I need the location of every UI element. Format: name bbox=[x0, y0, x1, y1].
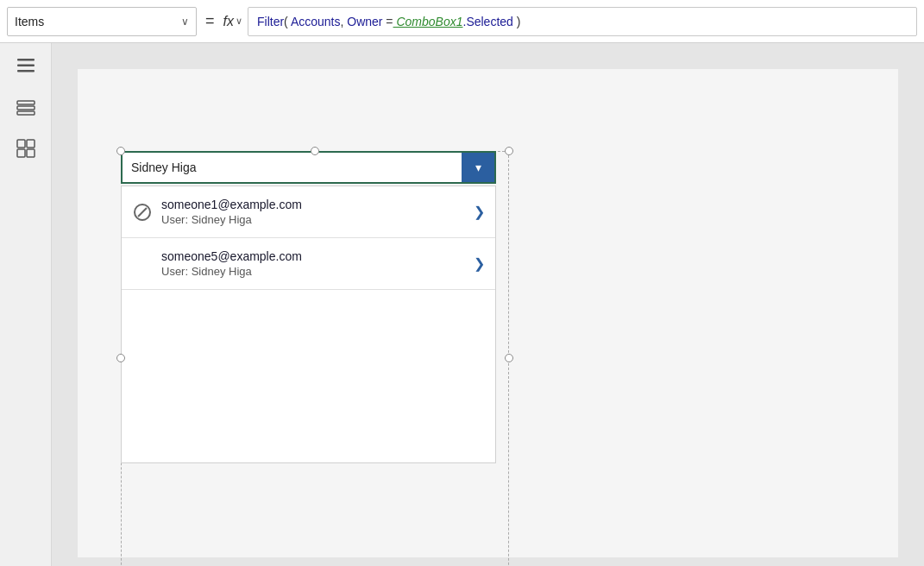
formula-text: Filter( Accounts, Owner = ComboBox1.Sele… bbox=[257, 15, 520, 28]
fx-icon: fx bbox=[223, 14, 234, 29]
fx-chevron-icon: ∨ bbox=[236, 16, 242, 27]
list-item-content: someone5@example.com User: Sidney Higa bbox=[161, 249, 467, 278]
list-item-user: User: Sidney Higa bbox=[161, 265, 467, 278]
list-item-email: someone1@example.com bbox=[161, 198, 467, 211]
formula-combobox-ref: ComboBox1 bbox=[393, 15, 463, 28]
list-item-user: User: Sidney Higa bbox=[161, 213, 467, 226]
canvas-area: Sidney Higa ▾ someone1@example. bbox=[52, 43, 924, 566]
list-item-arrow-icon: ❯ bbox=[474, 255, 485, 272]
formula-owner: Owner bbox=[343, 15, 382, 28]
handle-middle-left[interactable] bbox=[116, 354, 125, 362]
sidebar-layers-icon[interactable] bbox=[14, 95, 38, 119]
formula-close-paren: ) bbox=[513, 15, 521, 28]
svg-rect-6 bbox=[17, 140, 25, 148]
widget-container[interactable]: Sidney Higa ▾ someone1@example. bbox=[121, 112, 509, 566]
formula-accounts: Accounts bbox=[288, 15, 341, 28]
no-entry-icon bbox=[132, 202, 153, 223]
formula-selected: .Selected bbox=[463, 15, 513, 28]
handle-top-right[interactable] bbox=[505, 147, 513, 155]
items-label: Items bbox=[15, 15, 44, 28]
sidebar bbox=[0, 43, 52, 566]
combobox-wrapper: Sidney Higa ▾ bbox=[121, 151, 496, 184]
list-item-email: someone5@example.com bbox=[161, 249, 467, 263]
svg-rect-8 bbox=[17, 149, 25, 157]
formula-eq: = bbox=[382, 15, 393, 28]
svg-rect-0 bbox=[17, 59, 35, 61]
sidebar-dashboard-icon[interactable] bbox=[14, 136, 38, 160]
list-empty-area bbox=[122, 290, 495, 462]
list-item[interactable]: someone1@example.com User: Sidney Higa ❯ bbox=[122, 186, 495, 238]
svg-rect-1 bbox=[17, 65, 35, 67]
canvas-inner: Sidney Higa ▾ someone1@example. bbox=[78, 69, 898, 557]
combobox-input[interactable]: Sidney Higa ▾ bbox=[121, 151, 496, 184]
formula-bar[interactable]: Filter( Accounts, Owner = ComboBox1.Sele… bbox=[248, 7, 917, 36]
svg-rect-5 bbox=[17, 111, 35, 115]
list-item-placeholder-icon bbox=[132, 254, 153, 274]
items-chevron-icon: ∨ bbox=[181, 16, 189, 28]
combobox-dropdown-button[interactable]: ▾ bbox=[462, 153, 494, 182]
svg-rect-2 bbox=[17, 70, 35, 72]
svg-rect-4 bbox=[17, 106, 35, 110]
handle-top-middle[interactable] bbox=[311, 147, 319, 155]
handle-top-left[interactable] bbox=[116, 147, 125, 155]
list-container: someone1@example.com User: Sidney Higa ❯… bbox=[121, 186, 496, 463]
svg-rect-9 bbox=[27, 149, 35, 157]
main-layout: Sidney Higa ▾ someone1@example. bbox=[0, 43, 924, 566]
sidebar-hamburger-icon[interactable] bbox=[14, 53, 38, 78]
items-select[interactable]: Items ∨ bbox=[7, 7, 197, 36]
list-item-arrow-icon: ❯ bbox=[474, 204, 485, 220]
equals-symbol: = bbox=[205, 12, 215, 30]
combobox-chevron-icon: ▾ bbox=[475, 160, 481, 174]
formula-filter-keyword: Filter bbox=[257, 15, 284, 28]
combobox-value: Sidney Higa bbox=[123, 160, 462, 174]
handle-middle-right[interactable] bbox=[505, 354, 513, 362]
svg-rect-3 bbox=[17, 101, 35, 104]
svg-rect-7 bbox=[27, 140, 35, 148]
list-item[interactable]: someone5@example.com User: Sidney Higa ❯ bbox=[122, 238, 495, 290]
fx-button[interactable]: fx ∨ bbox=[223, 14, 242, 29]
list-item-content: someone1@example.com User: Sidney Higa bbox=[161, 198, 467, 226]
toolbar: Items ∨ = fx ∨ Filter( Accounts, Owner =… bbox=[0, 0, 924, 43]
